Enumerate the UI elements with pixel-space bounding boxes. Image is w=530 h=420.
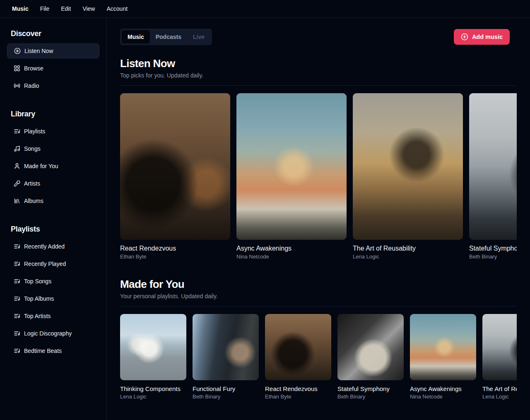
list-music-icon: [14, 278, 20, 285]
sidebar-item-radio[interactable]: Radio: [7, 78, 99, 93]
album-title: Stateful Symphony: [337, 385, 404, 392]
separator: [120, 85, 517, 86]
album-title: Async Awakenings: [410, 385, 476, 392]
album-title: React Rendezvous: [265, 385, 331, 392]
plus-circle-icon: [461, 33, 468, 41]
sidebar-item-songs[interactable]: Songs: [7, 141, 99, 156]
sidebar-item-listen-now[interactable]: Listen Now: [7, 43, 99, 58]
section-subtitle: Top picks for you. Updated daily.: [120, 72, 517, 79]
listen-now-carousel: React Rendezvous Ethan Byte Async Awaken…: [120, 93, 517, 260]
album-title: Stateful Symphony: [469, 245, 517, 252]
album-card[interactable]: Functional Fury Beth Binary: [193, 314, 259, 400]
sidebar-item-artists[interactable]: Artists: [7, 176, 99, 191]
sidebar-item-top-albums[interactable]: Top Albums: [7, 291, 99, 306]
album-art: [236, 93, 347, 240]
album-artist: Nina Netcode: [236, 253, 347, 260]
album-artist: Lena Logic: [120, 393, 186, 400]
album-art: [193, 314, 259, 380]
album-artist: Beth Binary: [193, 393, 259, 400]
menu-music[interactable]: Music: [7, 3, 34, 14]
add-music-button[interactable]: Add music: [454, 29, 510, 45]
menu-view[interactable]: View: [77, 3, 100, 14]
section-subtitle: Your personal playlists. Updated daily.: [120, 293, 517, 299]
album-card[interactable]: Async Awakenings Nina Netcode: [410, 314, 476, 400]
list-music-icon: [14, 128, 20, 135]
album-card[interactable]: Thinking Components Lena Logic: [120, 314, 186, 400]
section-title: Made for You: [120, 278, 517, 291]
album-card[interactable]: React Rendezvous Ethan Byte: [120, 93, 230, 260]
sidebar-item-label: Top Albums: [24, 295, 54, 302]
album-artist: Beth Binary: [337, 393, 404, 400]
sidebar-item-label: Top Songs: [24, 278, 51, 285]
tab-live[interactable]: Live: [187, 30, 210, 43]
list-music-icon: [14, 261, 20, 267]
album-card[interactable]: Stateful Symphony Beth Binary: [337, 314, 404, 400]
album-art: [482, 314, 517, 380]
album-card[interactable]: Async Awakenings Nina Netcode: [236, 93, 347, 260]
sidebar-item-label: Bedtime Beats: [24, 348, 62, 354]
sidebar-item-recently-added[interactable]: Recently Added: [7, 239, 99, 254]
sidebar-section-discover: Discover Listen Now Browse Radio: [5, 29, 101, 93]
menu-edit[interactable]: Edit: [55, 3, 76, 14]
album-art: [353, 93, 463, 240]
main-content: Music Podcasts Live Add music Listen Now…: [106, 18, 530, 420]
menubar: Music File Edit View Account: [0, 0, 530, 18]
radio-icon: [14, 82, 20, 89]
album-art: [265, 314, 331, 380]
sidebar-section-library: Library Playlists Songs Made for You Art…: [5, 110, 101, 208]
sidebar: Discover Listen Now Browse Radio Library…: [0, 18, 106, 420]
sidebar-item-label: Albums: [24, 198, 43, 204]
user-icon: [14, 163, 20, 169]
sidebar-item-playlists[interactable]: Playlists: [7, 124, 99, 139]
library-icon: [14, 198, 20, 204]
album-artist: Lena Logic: [482, 393, 517, 400]
sidebar-item-bedtime-beats[interactable]: Bedtime Beats: [7, 343, 99, 358]
sidebar-item-top-artists[interactable]: Top Artists: [7, 309, 99, 323]
album-art: [337, 314, 404, 380]
menu-account[interactable]: Account: [101, 3, 133, 14]
tab-podcasts[interactable]: Podcasts: [150, 30, 187, 43]
sidebar-item-made-for-you[interactable]: Made for You: [7, 159, 99, 174]
album-title: The Art of Reusability: [353, 245, 463, 252]
sidebar-item-recently-played[interactable]: Recently Played: [7, 256, 99, 271]
sidebar-item-browse[interactable]: Browse: [7, 61, 99, 76]
album-art: [469, 93, 517, 240]
album-title: React Rendezvous: [120, 245, 230, 252]
album-artist: Ethan Byte: [265, 393, 331, 400]
microphone-icon: [14, 180, 20, 187]
album-title: The Art of Reusability: [482, 385, 517, 392]
menu-file[interactable]: File: [35, 3, 55, 14]
sidebar-item-label: Songs: [24, 145, 41, 152]
tab-music[interactable]: Music: [122, 30, 150, 43]
sidebar-item-label: Top Artists: [24, 313, 51, 319]
sidebar-item-albums[interactable]: Albums: [7, 193, 99, 208]
tabs-row: Music Podcasts Live Add music: [120, 29, 517, 45]
list-music-icon: [14, 313, 20, 319]
list-music-icon: [14, 330, 20, 337]
sidebar-item-label: Recently Added: [24, 243, 65, 250]
sidebar-item-label: Recently Played: [24, 261, 66, 267]
album-artist: Nina Netcode: [410, 393, 476, 400]
sidebar-item-label: Browse: [24, 65, 43, 72]
music-note-icon: [14, 145, 20, 152]
album-card[interactable]: The Art of Reusability Lena Logic: [482, 314, 517, 400]
album-card[interactable]: Stateful Symphony Beth Binary: [469, 93, 517, 260]
album-art: [120, 314, 186, 380]
list-music-icon: [14, 295, 20, 302]
sidebar-item-label: Radio: [24, 82, 39, 89]
sidebar-item-logic-discography[interactable]: Logic Discography: [7, 326, 99, 341]
sidebar-item-top-songs[interactable]: Top Songs: [7, 274, 99, 289]
sidebar-heading-playlists: Playlists: [5, 225, 101, 234]
list-music-icon: [14, 243, 20, 250]
sidebar-item-label: Playlists: [24, 128, 45, 135]
album-title: Async Awakenings: [236, 245, 347, 252]
album-card[interactable]: React Rendezvous Ethan Byte: [265, 314, 331, 400]
sidebar-heading-discover: Discover: [5, 29, 101, 38]
list-music-icon: [14, 348, 20, 354]
album-art: [120, 93, 230, 240]
album-card[interactable]: The Art of Reusability Lena Logic: [353, 93, 463, 260]
album-artist: Ethan Byte: [120, 253, 230, 260]
section-made-for-you: Made for You Your personal playlists. Up…: [120, 278, 517, 400]
album-artist: Beth Binary: [469, 253, 517, 260]
play-circle-icon: [14, 48, 21, 54]
